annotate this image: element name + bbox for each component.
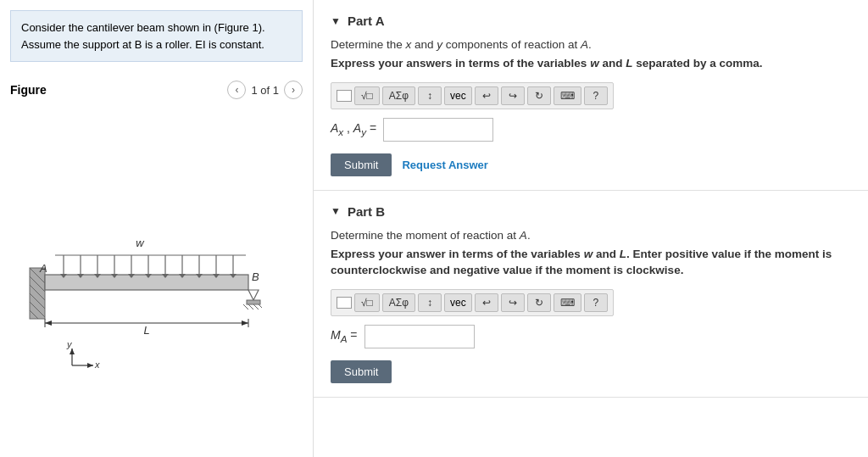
svg-text:B: B	[252, 270, 259, 283]
part-b-answer-label: MA =	[331, 328, 358, 344]
part-a-a: A	[581, 38, 588, 51]
part-a-header: ▼ Part A	[331, 14, 851, 28]
part-a-submit-row: Submit Request Answer	[331, 153, 851, 176]
part-b-input[interactable]	[364, 325, 475, 348]
help-button-a[interactable]: ?	[584, 86, 608, 105]
prev-figure-button[interactable]: ‹	[227, 81, 246, 99]
help-button-b[interactable]: ?	[584, 293, 608, 312]
part-a-toolbar: √□ ΑΣφ ↕ vec ↩ ↪ ↻ ⌨ ?	[331, 82, 614, 109]
svg-marker-50	[70, 348, 75, 354]
part-a-request-link[interactable]: Request Answer	[402, 159, 487, 171]
svg-marker-44	[242, 320, 248, 326]
part-b-answer-row: MA =	[331, 325, 851, 348]
svg-text:L: L	[143, 324, 149, 337]
next-figure-button[interactable]: ›	[284, 81, 303, 99]
sqrt-button-a[interactable]: √□	[354, 86, 380, 105]
sqrt-button-b[interactable]: √□	[354, 293, 380, 312]
part-b-instruction: Express your answer in terms of the vari…	[331, 247, 851, 279]
part-b-header: ▼ Part B	[331, 204, 851, 219]
redo-button-b[interactable]: ↪	[501, 293, 525, 312]
part-a-input[interactable]	[383, 118, 493, 142]
arrows-button-b[interactable]: ↕	[418, 293, 442, 312]
part-a-y: y	[437, 38, 442, 51]
checkbox-icon-b	[337, 297, 352, 309]
svg-line-36	[243, 304, 248, 309]
part-a-submit-button[interactable]: Submit	[331, 153, 392, 176]
undo-button-b[interactable]: ↩	[475, 293, 498, 312]
sqrt-icon-b: √□	[361, 297, 373, 309]
part-b-title: Part B	[348, 204, 385, 219]
alpha-button-b[interactable]: ΑΣφ	[382, 293, 415, 312]
keyboard-button-a[interactable]: ⌨	[554, 86, 581, 105]
part-b-a: A	[520, 229, 527, 242]
part-a-collapse[interactable]: ▼	[331, 15, 341, 27]
part-b-toolbar: √□ ΑΣφ ↕ vec ↩ ↪ ↻ ⌨ ?	[331, 289, 614, 316]
svg-rect-35	[247, 300, 260, 304]
svg-text:y: y	[66, 339, 73, 349]
svg-line-38	[253, 304, 259, 309]
svg-text:w: w	[136, 237, 145, 249]
keyboard-button-b[interactable]: ⌨	[554, 293, 581, 312]
part-a-section: ▼ Part A Determine the x and y component…	[314, 0, 868, 191]
part-a-answer-label: Ax , Ay =	[331, 121, 376, 137]
figure-area: w A	[0, 104, 313, 457]
part-a-instruction: Express your answers in terms of the var…	[331, 56, 851, 72]
page-indicator: 1 of 1	[251, 84, 279, 97]
svg-marker-51	[87, 363, 93, 368]
part-b-section: ▼ Part B Determine the moment of reactio…	[314, 191, 868, 398]
refresh-button-b[interactable]: ↻	[527, 293, 551, 312]
right-panel: ▼ Part A Determine the x and y component…	[314, 0, 868, 457]
alpha-button-a[interactable]: ΑΣφ	[382, 86, 415, 105]
part-b-collapse[interactable]: ▼	[331, 205, 341, 217]
vec-button-a[interactable]: vec	[444, 86, 472, 105]
svg-text:x: x	[94, 359, 100, 370]
refresh-button-a[interactable]: ↻	[527, 86, 551, 105]
problem-text: Consider the cantilever beam shown in (F…	[10, 10, 303, 62]
left-panel: Consider the cantilever beam shown in (F…	[0, 0, 314, 457]
undo-button-a[interactable]: ↩	[475, 86, 498, 105]
checkbox-icon	[337, 90, 352, 102]
figure-nav: ‹ 1 of 1 ›	[227, 81, 303, 99]
svg-marker-43	[45, 320, 52, 326]
sqrt-icon-a: √□	[361, 90, 373, 102]
part-a-answer-row: Ax , Ay =	[331, 118, 851, 142]
svg-rect-7	[45, 275, 248, 290]
part-b-description: Determine the moment of reaction at A.	[331, 229, 851, 242]
svg-text:A: A	[39, 262, 47, 275]
redo-button-a[interactable]: ↪	[501, 86, 525, 105]
part-b-submit-button[interactable]: Submit	[331, 360, 392, 383]
part-a-description: Determine the x and y components of reac…	[331, 38, 851, 51]
svg-line-37	[248, 304, 253, 309]
part-b-submit-row: Submit	[331, 360, 851, 383]
beam-diagram: w A	[21, 183, 292, 378]
problem-text-content: Consider the cantilever beam shown in (F…	[21, 21, 265, 51]
figure-label: Figure	[10, 83, 47, 97]
figure-header: Figure ‹ 1 of 1 ›	[0, 75, 313, 104]
svg-line-39	[259, 304, 262, 308]
arrows-button-a[interactable]: ↕	[418, 86, 442, 105]
part-a-x: x	[406, 38, 412, 51]
svg-marker-34	[248, 290, 259, 300]
vec-button-b[interactable]: vec	[444, 293, 472, 312]
part-a-title: Part A	[348, 14, 385, 28]
